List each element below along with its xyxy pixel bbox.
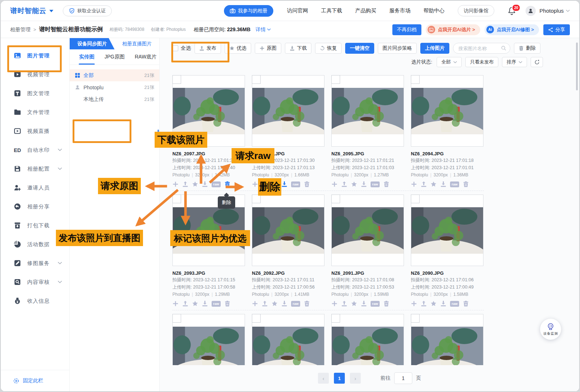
publish-icon[interactable] bbox=[421, 301, 427, 307]
unpublished-filter-button[interactable]: 只看未发布 bbox=[465, 57, 498, 67]
breadcrumb-root[interactable]: 相册管理 bbox=[10, 26, 30, 33]
request-raw-icon[interactable]: raw bbox=[371, 181, 380, 187]
sidebar-item-data[interactable]: 活动数据 bbox=[1, 235, 69, 254]
next-page-button[interactable]: › bbox=[350, 373, 361, 384]
sidebar-item-audit[interactable]: 内容审核 bbox=[1, 273, 69, 291]
request-raw-icon[interactable]: raw bbox=[291, 301, 300, 307]
nav-link-2[interactable]: 产品购买 bbox=[355, 7, 376, 14]
featured-button[interactable]: 优选 bbox=[225, 43, 251, 54]
nav-link-3[interactable]: 服务市场 bbox=[389, 7, 411, 14]
delete-icon[interactable] bbox=[383, 301, 389, 307]
feature-star-icon[interactable] bbox=[192, 181, 198, 187]
sidebar-item-image[interactable]: 图片管理 bbox=[1, 46, 69, 65]
photo-thumbnail[interactable] bbox=[252, 314, 324, 367]
photo-checkbox[interactable] bbox=[252, 75, 261, 84]
nav-link-4[interactable]: 帮助中心 bbox=[424, 7, 445, 14]
photo-checkbox[interactable] bbox=[331, 195, 340, 203]
photo-checkbox[interactable] bbox=[331, 314, 340, 323]
request-original-icon[interactable] bbox=[172, 301, 179, 307]
photo-checkbox[interactable] bbox=[331, 75, 340, 84]
publish-icon[interactable] bbox=[421, 181, 427, 187]
panel-scrollbar[interactable] bbox=[158, 130, 159, 145]
photo-thumbnail[interactable] bbox=[411, 314, 483, 367]
request-raw-icon[interactable]: raw bbox=[371, 301, 380, 307]
nav-link-0[interactable]: 访问官网 bbox=[287, 7, 308, 14]
group-row-本地上传[interactable]: 本地上传 21张 bbox=[70, 93, 159, 105]
subtab-live-transfer[interactable]: 实传图 bbox=[79, 49, 94, 65]
download-icon[interactable] bbox=[281, 181, 287, 187]
unarchive-button[interactable]: 不再归档 bbox=[392, 24, 421, 35]
restore-button[interactable]: 恢复 bbox=[315, 43, 342, 54]
photo-checkbox[interactable] bbox=[411, 195, 420, 203]
photo-checkbox[interactable] bbox=[252, 314, 261, 323]
download-button[interactable]: 下载 bbox=[285, 43, 311, 54]
pin-sidebar-button[interactable]: 固定此栏 bbox=[13, 377, 43, 384]
photo-thumbnail[interactable] bbox=[172, 75, 245, 147]
refresh-button[interactable] bbox=[531, 57, 543, 67]
tab-album-live[interactable]: 相册直播图片 bbox=[115, 38, 160, 49]
feature-star-icon[interactable] bbox=[351, 181, 357, 187]
sidebar-item-video[interactable]: 视频管理 bbox=[1, 65, 69, 84]
sidebar-item-share[interactable]: 相册分享 bbox=[1, 197, 69, 216]
publish-icon[interactable] bbox=[182, 181, 188, 187]
sidebar-item-invite[interactable]: 邀请人员 bbox=[1, 178, 69, 197]
avatar[interactable] bbox=[526, 6, 536, 16]
ai-select-button[interactable]: 点我开启AI选片 > bbox=[426, 24, 480, 35]
original-button[interactable]: 原图 bbox=[255, 43, 281, 54]
group-row-全部[interactable]: 全部 21张 bbox=[70, 69, 159, 81]
delete-icon[interactable] bbox=[383, 181, 389, 187]
publish-icon[interactable] bbox=[262, 301, 268, 307]
photo-thumbnail[interactable] bbox=[172, 195, 245, 266]
status-dropdown[interactable]: 全部 bbox=[437, 57, 462, 67]
app-logo[interactable]: 谱时智能云 bbox=[10, 6, 46, 16]
my-albums-button[interactable]: 我参与的相册 bbox=[224, 5, 273, 17]
gallery-button[interactable]: 访问影像馆 bbox=[458, 5, 495, 16]
delete-icon[interactable] bbox=[304, 181, 310, 187]
feature-star-icon[interactable] bbox=[271, 301, 278, 307]
photo-checkbox[interactable] bbox=[411, 314, 420, 323]
photo-thumbnail[interactable] bbox=[331, 195, 404, 266]
download-icon[interactable] bbox=[361, 301, 367, 307]
notification-bell[interactable]: 20 bbox=[507, 7, 516, 15]
sync-policy-button[interactable]: 图片同步策略 bbox=[378, 43, 417, 54]
group-row-Photoplu[interactable]: Photoplu 21张 bbox=[70, 81, 159, 93]
enterprise-cert-button[interactable]: 获取企业认证 bbox=[63, 5, 112, 16]
request-original-icon[interactable] bbox=[331, 301, 338, 307]
delete-button[interactable]: 删除 bbox=[514, 43, 540, 54]
sidebar-item-config[interactable]: 相册配置 bbox=[1, 159, 69, 178]
tab-device-synced[interactable]: 设备同步图片 bbox=[70, 38, 115, 49]
request-raw-icon[interactable]: raw bbox=[291, 181, 300, 187]
delete-icon[interactable] bbox=[224, 301, 230, 307]
sidebar-item-live[interactable]: 视频直播 bbox=[1, 122, 69, 140]
request-raw-icon[interactable]: raw bbox=[212, 301, 221, 307]
publish-icon[interactable] bbox=[182, 301, 188, 307]
delete-icon[interactable] bbox=[463, 181, 469, 187]
select-all-checkbox[interactable]: 全选 bbox=[172, 45, 191, 52]
sidebar-item-folder[interactable]: 文件管理 bbox=[1, 103, 69, 122]
request-original-icon[interactable] bbox=[411, 181, 417, 187]
request-original-icon[interactable] bbox=[172, 181, 179, 187]
photo-checkbox[interactable] bbox=[252, 195, 261, 203]
page-number-button[interactable]: 1 bbox=[334, 373, 345, 384]
delete-icon[interactable] bbox=[463, 301, 469, 307]
photo-checkbox[interactable] bbox=[172, 75, 181, 84]
sort-dropdown[interactable]: 排序 bbox=[502, 57, 527, 67]
chevron-down-icon[interactable] bbox=[49, 9, 53, 12]
request-original-icon[interactable] bbox=[252, 181, 258, 187]
share-button[interactable]: 分享 bbox=[543, 24, 570, 35]
prev-page-button[interactable]: ‹ bbox=[318, 373, 329, 384]
photo-checkbox[interactable] bbox=[172, 314, 181, 323]
sidebar-item-retouch[interactable]: 修图服务 bbox=[1, 254, 69, 273]
user-name[interactable]: Photoplus bbox=[539, 8, 564, 14]
photo-checkbox[interactable] bbox=[411, 75, 420, 84]
download-icon[interactable] bbox=[361, 181, 367, 187]
feature-star-icon[interactable] bbox=[271, 181, 278, 187]
request-raw-icon[interactable]: raw bbox=[212, 181, 221, 187]
nav-link-1[interactable]: 工具下载 bbox=[321, 7, 342, 14]
chevron-down-icon[interactable] bbox=[566, 9, 570, 12]
sidebar-item-watermark[interactable]: ED 自动水印 bbox=[1, 140, 69, 159]
sidebar-item-income[interactable]: 收入信息 bbox=[1, 291, 69, 310]
search-icon[interactable] bbox=[501, 45, 506, 51]
delete-icon[interactable] bbox=[304, 301, 310, 307]
detail-link[interactable]: 详情 bbox=[256, 26, 271, 33]
